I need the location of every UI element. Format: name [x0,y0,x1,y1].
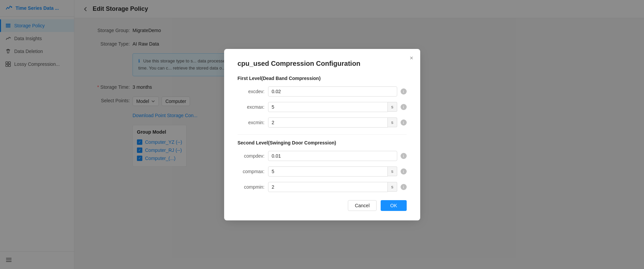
excmin-unit: s [388,117,397,127]
excmin-input[interactable] [268,117,388,128]
dialog-actions: Cancel OK [238,200,407,211]
compdev-input-wrap [268,151,397,161]
excmax-label: excmax: [238,104,265,110]
compdev-input[interactable] [268,151,397,161]
compmax-label: compmax: [238,169,265,174]
excdev-input-wrap [268,86,397,97]
excdev-info-icon[interactable]: i [401,88,407,95]
compmin-input-wrap: s [268,182,397,192]
excmin-input-wrap: s [268,117,397,128]
excdev-label: excdev: [238,89,265,94]
second-level-title: Second Level(Swinging Door Compression) [238,140,407,145]
dialog-close-button[interactable]: × [410,55,413,61]
compmin-info-icon[interactable]: i [401,184,407,190]
compmax-unit: s [388,166,397,176]
excmin-label: excmin: [238,120,265,125]
compmin-row: compmin: s i [238,182,407,192]
compmin-unit: s [388,182,397,192]
excmax-input[interactable] [268,102,388,112]
excmin-info-icon[interactable]: i [401,119,407,126]
compmax-input[interactable] [268,166,388,177]
compmax-row: compmax: s i [238,166,407,177]
excmax-unit: s [388,102,397,112]
compmin-input[interactable] [268,182,388,192]
excmax-input-wrap: s [268,102,397,112]
compdev-label: compdev: [238,153,265,159]
ok-button[interactable]: OK [381,200,406,211]
compmin-label: compmin: [238,184,265,190]
cancel-button[interactable]: Cancel [348,200,377,211]
compdev-info-icon[interactable]: i [401,153,407,159]
excmax-info-icon[interactable]: i [401,104,407,110]
excmax-row: excmax: s i [238,102,407,112]
dialog-title: cpu_used Compression Configuration [238,60,407,68]
excdev-input[interactable] [268,86,397,97]
first-level-title: First Level(Dead Band Compression) [238,76,407,81]
modal-overlay: × cpu_used Compression Configuration Fir… [0,0,644,269]
compmax-input-wrap: s [268,166,397,177]
excmin-row: excmin: s i [238,117,407,128]
compression-config-dialog: × cpu_used Compression Configuration Fir… [224,49,420,220]
excdev-row: excdev: i [238,86,407,97]
compmax-info-icon[interactable]: i [401,168,407,174]
dialog-divider [238,134,407,135]
compdev-row: compdev: i [238,151,407,161]
